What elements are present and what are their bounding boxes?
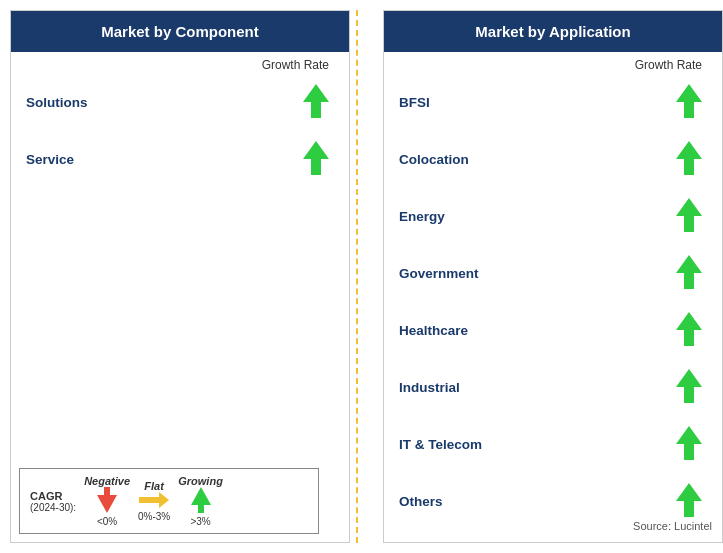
svg-marker-6: [676, 84, 702, 118]
bfsi-row: BFSI: [384, 74, 722, 131]
government-arrow-icon: [676, 255, 702, 292]
left-panel: Market by Component Growth Rate Solution…: [10, 10, 350, 543]
colocation-label: Colocation: [399, 152, 469, 167]
negative-value: <0%: [97, 516, 117, 527]
it-telecom-label: IT & Telecom: [399, 437, 482, 452]
energy-arrow-icon: [676, 198, 702, 235]
svg-marker-1: [303, 141, 329, 175]
healthcare-row: Healthcare: [384, 302, 722, 359]
flat-label: Flat: [144, 480, 164, 492]
it-telecom-row: IT & Telecom: [384, 416, 722, 473]
left-growth-rate-label: Growth Rate: [11, 52, 349, 74]
svg-marker-9: [676, 255, 702, 289]
bfsi-label: BFSI: [399, 95, 430, 110]
svg-marker-2: [97, 487, 117, 513]
svg-marker-13: [676, 483, 702, 517]
industrial-arrow-icon: [676, 369, 702, 406]
svg-marker-10: [676, 312, 702, 346]
healthcare-arrow-icon: [676, 312, 702, 349]
vertical-divider: [340, 10, 373, 543]
dashed-line: [356, 10, 358, 543]
others-label: Others: [399, 494, 443, 509]
colocation-arrow-icon: [676, 141, 702, 178]
left-panel-header: Market by Component: [11, 11, 349, 52]
government-row: Government: [384, 245, 722, 302]
svg-rect-3: [139, 497, 159, 503]
svg-marker-5: [191, 487, 211, 513]
svg-marker-8: [676, 198, 702, 232]
service-arrow-icon: [303, 141, 329, 178]
legend-years: (2024-30):: [30, 502, 76, 513]
svg-marker-0: [303, 84, 329, 118]
colocation-row: Colocation: [384, 131, 722, 188]
energy-label: Energy: [399, 209, 445, 224]
solutions-arrow-icon: [303, 84, 329, 121]
right-panel-header: Market by Application: [384, 11, 722, 52]
svg-marker-4: [159, 492, 169, 508]
others-arrow-icon: [676, 483, 702, 520]
legend-box: CAGR (2024-30): Negative <0% Flat: [19, 468, 319, 534]
source-text: Source: Lucintel: [633, 520, 712, 532]
service-label: Service: [26, 152, 74, 167]
flat-value: 0%-3%: [138, 511, 170, 522]
svg-marker-7: [676, 141, 702, 175]
service-row: Service: [11, 131, 349, 188]
industrial-row: Industrial: [384, 359, 722, 416]
negative-label: Negative: [84, 475, 130, 487]
right-growth-rate-label: Growth Rate: [384, 52, 722, 74]
svg-marker-11: [676, 369, 702, 403]
growing-arrow-icon: [191, 487, 211, 516]
it-telecom-arrow-icon: [676, 426, 702, 463]
healthcare-label: Healthcare: [399, 323, 468, 338]
industrial-label: Industrial: [399, 380, 460, 395]
energy-row: Energy: [384, 188, 722, 245]
solutions-label: Solutions: [26, 95, 88, 110]
right-panel: Market by Application Growth Rate BFSI C…: [383, 10, 723, 543]
growing-label: Growing: [178, 475, 223, 487]
solutions-row: Solutions: [11, 74, 349, 131]
flat-arrow-icon: [139, 492, 169, 511]
government-label: Government: [399, 266, 479, 281]
legend-title: CAGR: [30, 490, 62, 502]
growing-value: >3%: [190, 516, 210, 527]
bfsi-arrow-icon: [676, 84, 702, 121]
negative-arrow-icon: [97, 487, 117, 516]
svg-marker-12: [676, 426, 702, 460]
